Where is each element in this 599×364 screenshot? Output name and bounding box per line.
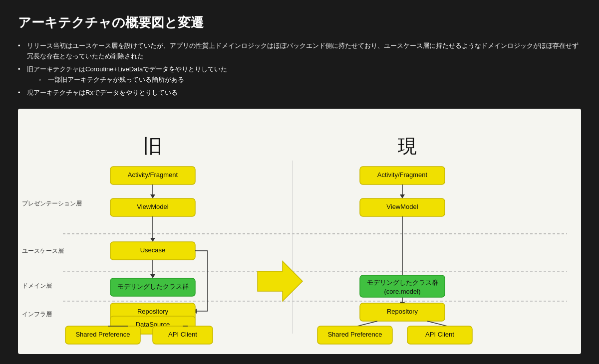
old-usecase-label: Usecase — [140, 247, 166, 254]
old-shared-pref-label: Shared Preference — [75, 331, 130, 339]
old-api-client-label: API Client — [168, 331, 197, 339]
new-shared-pref-label: Shared Preference — [327, 331, 382, 339]
new-repository-label: Repository — [387, 308, 418, 316]
svg-rect-0 — [18, 127, 581, 336]
page-title: アーキテクチャの概要図と変遷 — [18, 14, 581, 31]
architecture-diagram: 旧 現 プレゼンテーション層 ユースケース層 ドメイン層 インフラ層 Activ… — [18, 109, 581, 354]
new-model-label-1: モデリングしたクラス群 — [367, 279, 438, 287]
new-model-label-2: (core.model) — [384, 288, 421, 296]
new-viewmodel-label: ViewModel — [386, 203, 418, 211]
layer-usecase: ユースケース層 — [22, 247, 64, 254]
new-heading: 現 — [398, 136, 417, 157]
layer-presentation: プレゼンテーション層 — [22, 200, 82, 207]
bullet-sub-item-1: 一部旧アーキテクチャが残っている箇所がある — [39, 74, 581, 85]
layer-domain: ドメイン層 — [22, 282, 52, 289]
new-activity-label: Activity/Fragment — [377, 172, 428, 179]
bullet-item-1: リリース当初はユースケース層を設けていたが、アプリの性質上ドメインロジックはほぼ… — [18, 40, 581, 62]
old-model-label: モデリングしたクラス群 — [117, 283, 189, 291]
bullet-item-3: 現アーキテクチャはRxでデータをやりとりしている — [18, 87, 581, 98]
bullet-list: リリース当初はユースケース層を設けていたが、アプリの性質上ドメインロジックはほぼ… — [18, 40, 581, 100]
old-activity-label: Activity/Fragment — [128, 172, 178, 179]
new-api-client-label: API Client — [425, 331, 454, 339]
page: アーキテクチャの概要図と変遷 リリース当初はユースケース層を設けていたが、アプリ… — [0, 0, 599, 364]
layer-infra: インフラ層 — [22, 311, 52, 318]
old-heading: 旧 — [143, 136, 162, 157]
bullet-item-2: 旧アーキテクチャはCoroutine+LiveDataでデータをやりとりしていた… — [18, 64, 581, 85]
old-repository-label: Repository — [137, 308, 169, 316]
old-viewmodel-label: ViewModel — [137, 203, 168, 211]
